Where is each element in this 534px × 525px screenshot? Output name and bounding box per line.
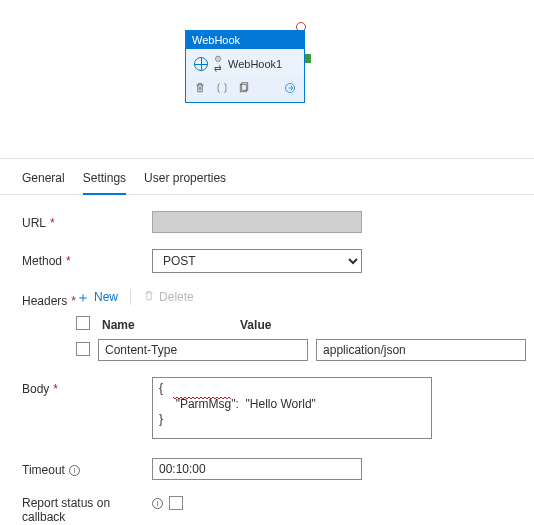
node-body[interactable]: ⚙ ⇄ WebHook1 [186, 49, 304, 78]
plus-icon: ＋ [76, 291, 90, 303]
method-select[interactable]: POST [152, 249, 362, 273]
node-name: WebHook1 [228, 58, 282, 70]
designer-canvas[interactable]: WebHook ⚙ ⇄ WebHook1 [0, 0, 534, 140]
delete-header-button[interactable]: Delete [143, 290, 194, 305]
timeout-input[interactable] [152, 458, 362, 480]
header-row-checkbox[interactable] [76, 342, 90, 356]
tab-general[interactable]: General [22, 165, 65, 194]
add-header-button[interactable]: ＋ New [76, 290, 118, 304]
header-row [76, 339, 526, 361]
method-label: Method [22, 254, 62, 268]
settings-form: URL * Method * POST Headers * ＋ New [0, 195, 534, 525]
url-input[interactable] [152, 211, 362, 233]
delete-icon[interactable] [194, 82, 206, 96]
required-asterisk: * [53, 382, 58, 396]
node-type-header: WebHook [186, 31, 304, 49]
required-asterisk: * [66, 254, 71, 268]
report-status-label: Report status on callback [22, 496, 152, 524]
headers-label: Headers [22, 294, 67, 308]
code-braces-icon[interactable] [216, 82, 228, 96]
timeout-label: Timeout [22, 463, 65, 477]
add-header-label: New [94, 290, 118, 304]
select-all-headers-checkbox[interactable] [76, 316, 90, 330]
webhook-node[interactable]: WebHook ⚙ ⇄ WebHook1 [185, 30, 305, 103]
tab-user-properties[interactable]: User properties [144, 165, 226, 194]
body-textarea[interactable]: { "ParmMsg": "Hello World" } [152, 377, 432, 439]
trash-icon [143, 290, 155, 305]
header-name-input[interactable] [98, 339, 308, 361]
webhook-icon [194, 57, 208, 71]
url-label: URL [22, 216, 46, 230]
node-sub-icons: ⚙ ⇄ [214, 55, 222, 72]
output-arrow-icon[interactable] [284, 82, 296, 96]
tab-settings[interactable]: Settings [83, 165, 126, 195]
info-icon[interactable]: i [152, 498, 163, 509]
delete-header-label: Delete [159, 290, 194, 304]
report-status-checkbox[interactable] [169, 496, 183, 510]
header-value-input[interactable] [316, 339, 526, 361]
copy-icon[interactable] [238, 82, 250, 96]
header-col-name: Name [102, 318, 232, 332]
property-tabs: General Settings User properties [0, 159, 534, 195]
info-icon[interactable]: i [69, 465, 80, 476]
toolbar-separator [130, 289, 131, 305]
body-label: Body [22, 382, 49, 396]
node-output-port[interactable] [305, 54, 311, 63]
header-col-value: Value [240, 318, 370, 332]
required-asterisk: * [50, 216, 55, 230]
